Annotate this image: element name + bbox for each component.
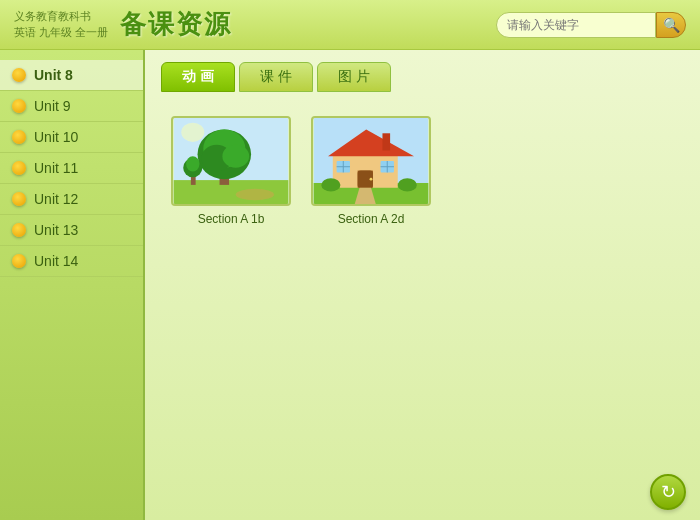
bullet-icon-unit10	[12, 130, 26, 144]
search-input[interactable]	[496, 12, 656, 38]
sidebar-label-unit11: Unit 11	[34, 160, 78, 176]
svg-point-6	[222, 145, 249, 168]
sidebar-label-unit14: Unit 14	[34, 253, 78, 269]
thumbnail-frame-2	[311, 116, 431, 206]
svg-point-11	[236, 189, 274, 200]
sidebar-label-unit10: Unit 10	[34, 129, 78, 145]
sidebar-item-unit10[interactable]: Unit 10	[0, 122, 143, 153]
sidebar-item-unit14[interactable]: Unit 14	[0, 246, 143, 277]
tabs-container: 动 画 课 件 图 片	[161, 62, 684, 92]
thumbnail-section-a2d[interactable]: Section A 2d	[311, 116, 431, 226]
sidebar: Unit 8 Unit 9 Unit 10 Unit 11 Unit 12 Un…	[0, 50, 145, 520]
bullet-icon-unit8	[12, 68, 26, 82]
refresh-button[interactable]: ↻	[650, 474, 686, 510]
search-box: 🔍	[496, 12, 686, 38]
bullet-icon-unit11	[12, 161, 26, 175]
bullet-icon-unit13	[12, 223, 26, 237]
refresh-icon: ↻	[661, 481, 676, 503]
thumbnails-grid: Section A 1b	[161, 106, 684, 236]
tab-courseware[interactable]: 课 件	[239, 62, 313, 92]
sidebar-label-unit9: Unit 9	[34, 98, 71, 114]
main-container: Unit 8 Unit 9 Unit 10 Unit 11 Unit 12 Un…	[0, 50, 700, 520]
svg-point-9	[186, 156, 199, 171]
thumbnail-label-2: Section A 2d	[338, 212, 405, 226]
bullet-icon-unit14	[12, 254, 26, 268]
sidebar-label-unit13: Unit 13	[34, 222, 78, 238]
svg-point-10	[181, 123, 204, 142]
svg-point-27	[398, 178, 417, 191]
svg-rect-16	[382, 133, 390, 150]
thumbnail-section-a1b[interactable]: Section A 1b	[171, 116, 291, 226]
tab-animation[interactable]: 动 画	[161, 62, 235, 92]
svg-point-19	[370, 178, 373, 181]
header-subtitle: 义务教育教科书 英语 九年级 全一册	[14, 9, 108, 40]
sidebar-item-unit13[interactable]: Unit 13	[0, 215, 143, 246]
svg-point-26	[321, 178, 340, 191]
header: 义务教育教科书 英语 九年级 全一册 备课资源 🔍	[0, 0, 700, 50]
bullet-icon-unit9	[12, 99, 26, 113]
content-area: 动 画 课 件 图 片	[145, 50, 700, 520]
tab-picture[interactable]: 图 片	[317, 62, 391, 92]
sidebar-item-unit12[interactable]: Unit 12	[0, 184, 143, 215]
sidebar-item-unit8[interactable]: Unit 8	[0, 60, 143, 91]
bullet-icon-unit12	[12, 192, 26, 206]
thumbnail-frame-1	[171, 116, 291, 206]
header-title: 备课资源	[120, 7, 232, 42]
sidebar-label-unit12: Unit 12	[34, 191, 78, 207]
sidebar-item-unit9[interactable]: Unit 9	[0, 91, 143, 122]
sidebar-item-unit11[interactable]: Unit 11	[0, 153, 143, 184]
sidebar-label-unit8: Unit 8	[34, 67, 73, 83]
thumbnail-label-1: Section A 1b	[198, 212, 265, 226]
search-button[interactable]: 🔍	[656, 12, 686, 38]
